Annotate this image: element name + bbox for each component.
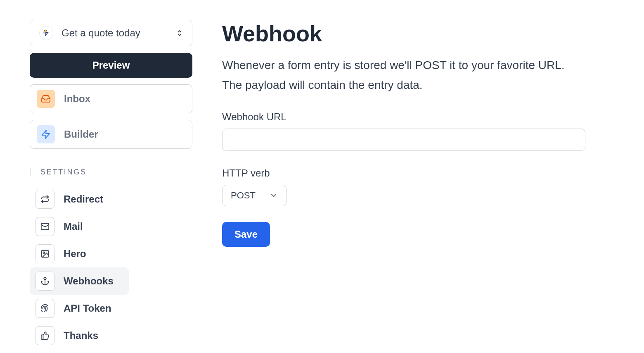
settings-item-label: Mail [64,221,83,232]
nav-inbox-label: Inbox [64,93,90,105]
inbox-icon [37,90,55,108]
page-description: Whenever a form entry is stored we'll PO… [222,55,585,95]
nav-builder-label: Builder [64,129,98,140]
svg-marker-0 [42,130,50,138]
page-title: Webhook [222,21,614,46]
http-verb-value: POST [231,190,256,201]
form-selector-label: Get a quote today [62,27,168,39]
settings-item-thanks[interactable]: Thanks [30,322,129,349]
settings-section-header: SETTINGS [30,168,192,176]
settings-item-mail[interactable]: Mail [30,213,129,240]
preview-button[interactable]: Preview [30,53,192,78]
settings-item-label: Webhooks [64,275,114,287]
settings-item-hero[interactable]: Hero [30,240,129,267]
webhook-url-input[interactable] [222,129,585,151]
settings-item-api-token[interactable]: API Token [30,295,129,322]
chevron-up-down-icon [176,29,183,37]
settings-item-label: Thanks [64,330,98,341]
fingerprint-icon [36,299,54,318]
chevron-down-icon [270,191,278,200]
mail-icon [36,217,54,236]
svg-point-3 [43,252,45,253]
form-selector[interactable]: Get a quote today [30,20,192,46]
bolt-icon [37,125,55,143]
redirect-icon [36,190,54,209]
image-icon [36,244,54,263]
webhook-url-label: Webhook URL [222,111,614,123]
nav-builder[interactable]: Builder [30,120,192,149]
settings-item-label: API Token [64,303,111,314]
app-logo-icon [39,26,53,40]
anchor-icon [36,272,54,291]
settings-item-webhooks[interactable]: Webhooks [30,267,129,295]
http-verb-select[interactable]: POST [222,185,286,206]
save-button[interactable]: Save [222,222,270,247]
thumbs-up-icon [36,326,54,345]
http-verb-label: HTTP verb [222,167,614,179]
settings-item-label: Redirect [64,193,103,205]
nav-inbox[interactable]: Inbox [30,84,192,113]
settings-item-redirect[interactable]: Redirect [30,186,129,213]
settings-item-label: Hero [64,248,86,260]
